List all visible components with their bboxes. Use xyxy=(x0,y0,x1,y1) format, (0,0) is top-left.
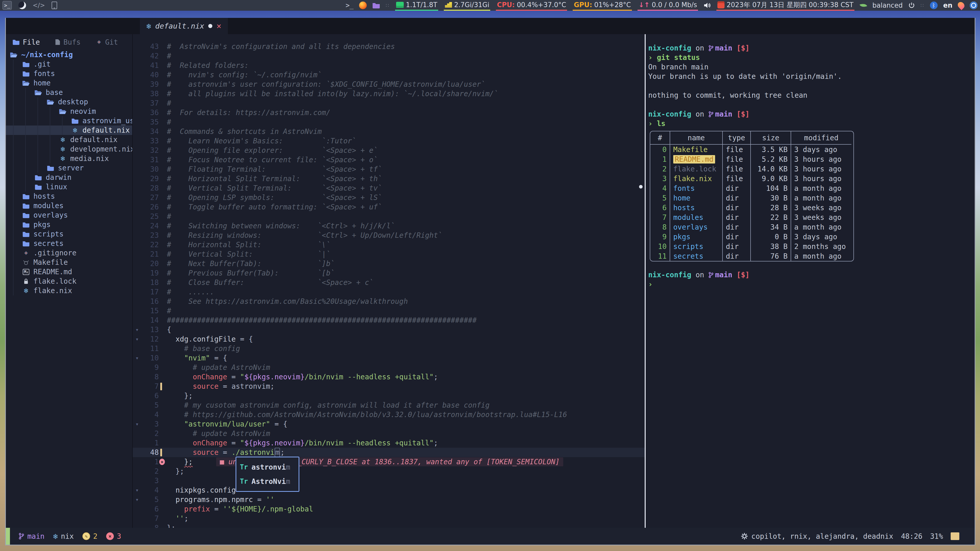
network-speed[interactable]: ↓↑0.0 / 0.0 Mb/s xyxy=(638,0,698,11)
code-line[interactable]: 37# xyxy=(133,98,645,108)
power-icon[interactable] xyxy=(908,1,915,10)
code-line[interactable]: 2 # update AstroNvim xyxy=(133,429,645,438)
code-line[interactable]: 7 ''; xyxy=(133,514,645,523)
code-line[interactable]: 31# Focus Neotree to current file: `<Spa… xyxy=(133,155,645,165)
code-line[interactable]: 18# Close Buffer: `<Space> + c` xyxy=(133,278,645,287)
code-line[interactable]: 17# ...... xyxy=(133,287,645,297)
code-line[interactable]: ▾10 "nvim" = { xyxy=(133,353,645,363)
code-line[interactable]: 9 # update AstroNvim xyxy=(133,363,645,372)
code-line[interactable]: 34# Commands & shortcuts in AstroNvim xyxy=(133,127,645,136)
tree-item[interactable]: overlays xyxy=(6,210,132,220)
code-line[interactable]: 28# Vertical Split Terminal: `<Space> + … xyxy=(133,183,645,193)
tree-item[interactable]: modules xyxy=(6,201,132,210)
firefox-icon[interactable] xyxy=(359,2,367,9)
scrollbar-dot[interactable] xyxy=(639,185,643,189)
code-line[interactable]: ▾5 programs.npm.npmrc = '' xyxy=(133,495,645,504)
memory-usage[interactable]: 2.7Gi/31Gi xyxy=(444,0,490,11)
code-line[interactable]: 23# Resizing windows: `<Ctrl> + Up/Down/… xyxy=(133,230,645,240)
tree-item[interactable]: ❄flake.nix xyxy=(6,286,132,295)
code-line[interactable]: 7 source = astronvim; xyxy=(133,382,645,391)
code-line[interactable]: 2 }; xyxy=(133,467,645,476)
code-line[interactable]: 29# Horizontal Split Terminal: `<Space> … xyxy=(133,174,645,183)
code-line[interactable]: 6 prefix = ''${HOME}/.npm-global xyxy=(133,504,645,514)
tree-item[interactable]: secrets xyxy=(6,239,132,248)
code-line[interactable]: 26# Toggle buffer auto formatting: `<Spa… xyxy=(133,202,645,212)
tree-item[interactable]: .git xyxy=(6,59,132,69)
tree-item[interactable]: fonts xyxy=(6,69,132,78)
tree-item[interactable]: ❄development.nix xyxy=(6,144,132,154)
tree-item[interactable]: ❄default.nix xyxy=(6,135,132,144)
code-line[interactable]: 48 source = ./astronvim; xyxy=(133,448,645,457)
code-line[interactable]: 30# Floating Terminal: `<Space> + tf` xyxy=(133,165,645,174)
code-line[interactable]: ▾3 "astronvim/lua/user" = { xyxy=(133,419,645,429)
completion-item[interactable]: Trastronvim xyxy=(236,460,299,474)
tree-item[interactable]: ❄default.nix× xyxy=(6,125,132,135)
code-line[interactable]: 27# Opening LSP symbols: `<Space> + lS` xyxy=(133,193,645,202)
statusline-git-branch[interactable]: main xyxy=(19,532,45,540)
sidebar-tab-file[interactable]: File xyxy=(13,38,40,46)
terminal-window-icon[interactable]: >_ xyxy=(3,1,12,10)
code-line[interactable]: 6 }; xyxy=(133,391,645,400)
tree-item[interactable]: astronvim_user xyxy=(6,116,132,125)
disk-usage[interactable]: 1.1T/1.8T xyxy=(395,0,438,11)
tree-item[interactable]: darwin xyxy=(6,173,132,182)
folder-tray-icon[interactable] xyxy=(372,1,380,10)
code-line[interactable]: 19# Previous Buffer(Tab): `[b` xyxy=(133,268,645,278)
sidebar-tab-bufs[interactable]: Bufs xyxy=(55,38,80,46)
code-line[interactable]: 38# all plugins will be installed into(b… xyxy=(133,89,645,98)
power-profile[interactable] xyxy=(860,1,867,10)
code-line[interactable]: 33# Learn Neovim's Basics: `:Tutor` xyxy=(133,136,645,146)
code-line[interactable]: 39# astronvim's user configuration: `$XD… xyxy=(133,79,645,89)
buffer-tab[interactable]: ❄ default.nix × xyxy=(140,18,228,34)
code-line[interactable]: 20# Next Buffer(Tab): `]b` xyxy=(133,259,645,268)
tree-item[interactable]: desktop xyxy=(6,97,132,106)
code-line[interactable]: 36# For details: https://astronvim.com/ xyxy=(133,108,645,118)
close-tab-icon[interactable]: × xyxy=(216,21,221,31)
volume-icon[interactable] xyxy=(703,1,711,10)
tree-item[interactable]: hosts xyxy=(6,192,132,201)
code-line[interactable]: 21# Vertical Split: `|` xyxy=(133,249,645,259)
statusline-errors[interactable]: × 3 xyxy=(106,532,121,540)
code-line[interactable]: ▾13{ xyxy=(133,325,645,334)
code-line[interactable]: 14######################################… xyxy=(133,316,645,325)
code-line[interactable]: 43# AstroNvim's configuration and all it… xyxy=(133,42,645,51)
code-line[interactable]: 16# See https://astronvim.com/Basic%20Us… xyxy=(133,297,645,306)
tree-item[interactable]: .gitignore xyxy=(6,248,132,258)
code-line[interactable]: 25# xyxy=(133,212,645,221)
device-icon[interactable] xyxy=(52,1,57,10)
code-line[interactable]: 22# Horizontal Split: `\` xyxy=(133,240,645,249)
sidebar-tab-git[interactable]: Git xyxy=(96,38,118,46)
cpu-usage[interactable]: CPU:00.4%+37.0°C xyxy=(496,0,567,11)
code-line[interactable]: 42# xyxy=(133,51,645,61)
tree-item[interactable]: M↓README.md xyxy=(6,267,132,276)
tree-item[interactable]: ❄media.nix xyxy=(6,154,132,163)
tree-item[interactable]: Makefile xyxy=(6,258,132,267)
code-line[interactable]: 41# Related folders: xyxy=(133,61,645,70)
completion-popup[interactable]: TrastronvimTrAstroNvim xyxy=(235,457,299,492)
code-line[interactable]: 1× };■ unexpected TOKEN_CURLY_B_CLOSE at… xyxy=(133,457,645,467)
keyboard-layout[interactable]: en xyxy=(943,2,953,9)
tree-item[interactable]: flake.lock xyxy=(6,276,132,286)
tree-item[interactable]: scripts xyxy=(6,229,132,239)
code-line[interactable]: 32# Opening file explorer: `<Space> + e` xyxy=(133,146,645,155)
tree-item[interactable]: linux xyxy=(6,182,132,192)
code-app-icon[interactable]: </> xyxy=(33,1,45,10)
bluetooth-icon[interactable]: ᛒ xyxy=(930,2,938,9)
clock[interactable]: 2023年 07月 13日 星期四 00:39:38 CST xyxy=(716,0,854,11)
tree-item[interactable]: base xyxy=(6,88,132,97)
tree-item[interactable]: neovim xyxy=(6,106,132,116)
tree-item[interactable]: server xyxy=(6,163,132,173)
tree-item[interactable]: ~/nix-config xyxy=(6,50,132,59)
terminal-pane[interactable]: nix-config on main [$]› git statusOn bra… xyxy=(646,34,975,528)
flame-icon[interactable] xyxy=(958,1,964,10)
app-tray-icon[interactable] xyxy=(970,2,977,9)
tree-item[interactable]: pkgs xyxy=(6,220,132,229)
code-line[interactable]: ▾12 xdg.configFile = { xyxy=(133,334,645,344)
code-line[interactable]: 4 # https://github.com/AstroNvim/AstroNv… xyxy=(133,410,645,419)
terminal-tray-icon[interactable]: >_ xyxy=(345,1,353,10)
code-line[interactable]: 15# xyxy=(133,306,645,316)
gpu-usage[interactable]: GPU:01%+28°C xyxy=(573,0,632,11)
code-line[interactable]: ▾4 nixpkgs.config xyxy=(133,486,645,495)
code-line[interactable]: 40# nvim's config: `~/.config/nvim` xyxy=(133,70,645,79)
code-line[interactable]: 35# xyxy=(133,118,645,127)
